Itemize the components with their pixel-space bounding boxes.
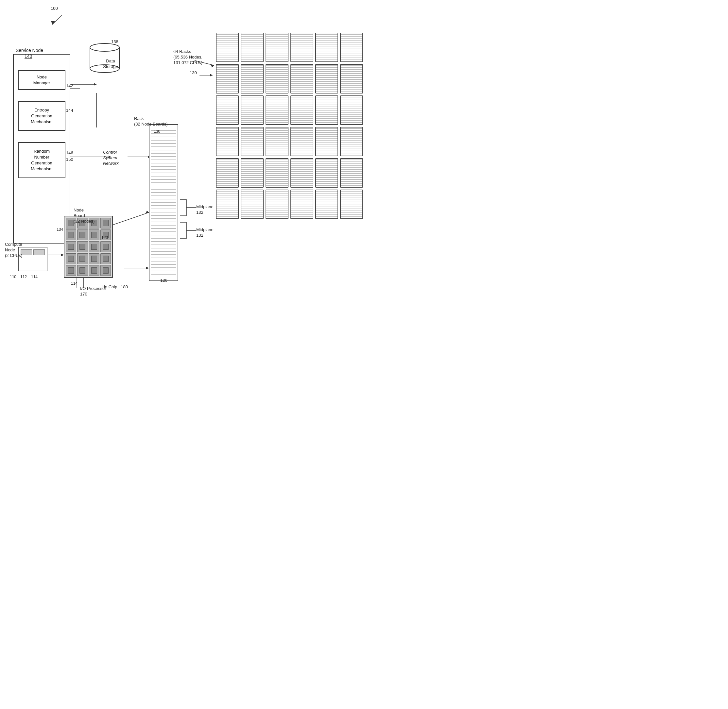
ref-146: 146 (66, 150, 73, 156)
ref-100: 100 (51, 6, 58, 12)
chip-4 (100, 218, 111, 229)
rack-unit-37 (216, 158, 239, 188)
rack-unit-5 (315, 33, 338, 62)
chip-20 (100, 265, 111, 276)
chip-18 (77, 265, 88, 276)
chip-17 (66, 265, 76, 276)
service-node-label: Service Node (16, 47, 43, 53)
rack-label: Rack(32 Node Boards) (134, 116, 168, 127)
control-system-label: ControlSystemNetwork (103, 150, 119, 166)
rack-unit-38 (241, 158, 264, 188)
cpu-ref-2: 114 (31, 274, 38, 280)
chip-16 (100, 253, 111, 264)
entropy-box: EntropyGenerationMechanism (18, 101, 66, 131)
rack-unit-12 (266, 64, 288, 93)
rack-tower (149, 124, 178, 281)
ref-144: 144 (66, 108, 73, 114)
ref-142: 142 (66, 83, 73, 89)
rack-unit-14 (315, 64, 338, 93)
rack-tower-container (149, 124, 178, 281)
chip-9 (66, 241, 76, 252)
rack-unit-3 (266, 33, 288, 62)
rack-unit-1 (216, 33, 239, 62)
rack-unit-2 (241, 33, 264, 62)
rack-ref-bottom: 120 (160, 278, 167, 283)
service-node-ref: 140 (25, 53, 32, 59)
node-board-label: NodeBoard(32 Nodes) (74, 207, 95, 224)
rack-unit-32 (315, 127, 338, 156)
svg-marker-15 (146, 267, 149, 269)
compute-node-ref: 110 (10, 274, 16, 280)
svg-marker-13 (146, 210, 149, 213)
node-manager-box: NodeManager (18, 70, 66, 90)
chip-14 (77, 253, 88, 264)
node-board (64, 216, 113, 278)
rack-grid (216, 33, 360, 219)
chip-10 (77, 241, 88, 252)
rack-unit-10 (216, 64, 239, 93)
rack-unit-42 (340, 158, 363, 188)
ido-chip-label: Ido Chip 180 (101, 284, 128, 290)
data-storage-label: DataStorage (94, 58, 127, 70)
rack-unit-6 (340, 33, 363, 62)
rack-ref-top: 130 (154, 129, 160, 134)
compute-node (18, 247, 47, 271)
rack-unit-31 (290, 127, 313, 156)
svg-marker-32 (210, 74, 213, 76)
chip-6 (77, 229, 88, 240)
data-storage: DataStorage (88, 41, 121, 86)
rack-lines (151, 128, 176, 277)
rack-unit-22 (290, 95, 313, 125)
svg-marker-1 (51, 21, 55, 25)
rng-box: RandomNumberGenerationMechanism (18, 142, 66, 178)
rack-unit-33 (340, 127, 363, 156)
ref-138: 138 (111, 39, 118, 45)
ref-134: 134 (57, 227, 63, 232)
rack-cluster-arrow (199, 72, 216, 79)
midplane-label-2: Midplane132 (196, 227, 213, 238)
rack-unit-39 (266, 158, 288, 188)
rack-unit-46 (216, 190, 239, 219)
ref-150: 150 (66, 157, 73, 162)
rack-unit-40 (290, 158, 313, 188)
rack-unit-11 (241, 64, 264, 93)
rack-cluster-label: 64 Racks(65,536 Nodes,131,072 CPUs) (173, 49, 202, 66)
diagram: 100 Service Node 140 NodeManager Entropy… (0, 0, 364, 354)
rack-unit-24 (340, 95, 363, 125)
compute-node-label: ComputeNode(2 CPUs) (5, 242, 22, 258)
rack-unit-41 (315, 158, 338, 188)
chip-13 (66, 253, 76, 264)
chip-19 (89, 265, 99, 276)
rack-unit-13 (290, 64, 313, 93)
chip-15 (89, 253, 99, 264)
rack-unit-48 (266, 190, 288, 219)
chip-12 (100, 241, 111, 252)
rack-unit-49 (290, 190, 313, 219)
rack-unit-23 (315, 95, 338, 125)
rack-unit-15 (340, 64, 363, 93)
chip-5 (66, 229, 76, 240)
midplane-label-1: Midplane132 (196, 204, 213, 215)
nb-cpu-ref: 114 (71, 281, 77, 286)
rack-unit-47 (241, 190, 264, 219)
rack-unit-19 (216, 95, 239, 125)
rack-cluster-ref: 130 (190, 70, 197, 76)
rack-unit-29 (241, 127, 264, 156)
rack-unit-30 (266, 127, 288, 156)
rack-unit-21 (266, 95, 288, 125)
cpu-2 (34, 249, 45, 255)
node-board-ref: 120 (101, 235, 108, 241)
rack-unit-51 (340, 190, 363, 219)
svg-marker-11 (211, 64, 214, 68)
rack-unit-28 (216, 127, 239, 156)
chip-11 (89, 241, 99, 252)
cpu-ref-1: 112 (20, 274, 27, 280)
rack-unit-4 (290, 33, 313, 62)
rack-unit-20 (241, 95, 264, 125)
svg-line-0 (52, 15, 62, 25)
chip-7 (89, 229, 99, 240)
svg-marker-17 (61, 254, 64, 256)
rack-unit-50 (315, 190, 338, 219)
